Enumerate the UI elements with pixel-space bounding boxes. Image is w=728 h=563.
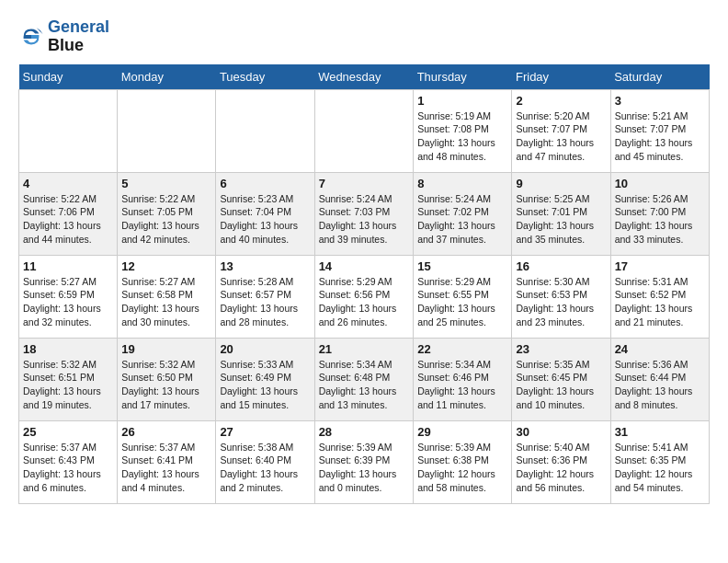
day-number: 19 (121, 342, 211, 356)
day-info: Sunrise: 5:39 AMSunset: 6:39 PMDaylight:… (319, 442, 397, 493)
day-number: 17 (615, 259, 705, 273)
day-number: 9 (516, 177, 606, 190)
day-info: Sunrise: 5:21 AMSunset: 7:07 PMDaylight:… (615, 110, 693, 162)
day-number: 6 (220, 177, 310, 190)
day-number: 11 (23, 259, 113, 273)
calendar-cell: 18 Sunrise: 5:32 AMSunset: 6:51 PMDaylig… (19, 338, 118, 420)
header-friday: Friday (512, 64, 610, 90)
day-info: Sunrise: 5:38 AMSunset: 6:40 PMDaylight:… (220, 442, 298, 493)
day-info: Sunrise: 5:29 AMSunset: 6:56 PMDaylight:… (319, 276, 397, 327)
calendar-cell (216, 89, 314, 172)
day-info: Sunrise: 5:32 AMSunset: 6:51 PMDaylight:… (23, 359, 101, 410)
header-sunday: Sunday (19, 64, 118, 90)
calendar-cell: 7 Sunrise: 5:24 AMSunset: 7:03 PMDayligh… (314, 172, 414, 255)
calendar-table: Sunday Monday Tuesday Wednesday Thursday… (18, 64, 710, 504)
calendar-cell: 26 Sunrise: 5:37 AMSunset: 6:41 PMDaylig… (118, 420, 216, 503)
calendar-cell: 29 Sunrise: 5:39 AMSunset: 6:38 PMDaylig… (414, 420, 512, 503)
calendar-cell: 17 Sunrise: 5:31 AMSunset: 6:52 PMDaylig… (610, 255, 709, 338)
calendar-cell: 16 Sunrise: 5:30 AMSunset: 6:53 PMDaylig… (512, 255, 610, 338)
calendar-cell: 20 Sunrise: 5:33 AMSunset: 6:49 PMDaylig… (216, 338, 314, 420)
calendar-cell: 28 Sunrise: 5:39 AMSunset: 6:39 PMDaylig… (314, 420, 414, 503)
day-number: 7 (319, 177, 410, 190)
day-info: Sunrise: 5:22 AMSunset: 7:06 PMDaylight:… (23, 193, 101, 245)
day-number: 16 (516, 259, 606, 273)
day-info: Sunrise: 5:20 AMSunset: 7:07 PMDaylight:… (516, 110, 594, 162)
calendar-cell: 8 Sunrise: 5:24 AMSunset: 7:02 PMDayligh… (414, 172, 512, 255)
calendar-cell: 25 Sunrise: 5:37 AMSunset: 6:43 PMDaylig… (19, 420, 118, 503)
calendar-cell: 4 Sunrise: 5:22 AMSunset: 7:06 PMDayligh… (19, 172, 118, 255)
day-info: Sunrise: 5:30 AMSunset: 6:53 PMDaylight:… (516, 276, 594, 327)
header-tuesday: Tuesday (216, 64, 314, 90)
day-info: Sunrise: 5:29 AMSunset: 6:55 PMDaylight:… (417, 276, 495, 327)
day-info: Sunrise: 5:24 AMSunset: 7:02 PMDaylight:… (417, 193, 495, 245)
calendar-cell (19, 89, 118, 172)
day-number: 23 (516, 342, 606, 356)
day-number: 26 (121, 425, 211, 439)
calendar-cell: 10 Sunrise: 5:26 AMSunset: 7:00 PMDaylig… (610, 172, 709, 255)
day-info: Sunrise: 5:27 AMSunset: 6:59 PMDaylight:… (23, 276, 101, 327)
day-number: 18 (23, 342, 113, 356)
day-info: Sunrise: 5:34 AMSunset: 6:48 PMDaylight:… (319, 359, 397, 410)
calendar-cell: 21 Sunrise: 5:34 AMSunset: 6:48 PMDaylig… (314, 338, 414, 420)
calendar-cell: 9 Sunrise: 5:25 AMSunset: 7:01 PMDayligh… (512, 172, 610, 255)
calendar-cell: 1 Sunrise: 5:19 AMSunset: 7:08 PMDayligh… (414, 89, 512, 172)
day-info: Sunrise: 5:27 AMSunset: 6:58 PMDaylight:… (121, 276, 199, 327)
day-info: Sunrise: 5:23 AMSunset: 7:04 PMDaylight:… (220, 193, 298, 245)
day-info: Sunrise: 5:19 AMSunset: 7:08 PMDaylight:… (417, 110, 495, 162)
calendar-cell: 6 Sunrise: 5:23 AMSunset: 7:04 PMDayligh… (216, 172, 314, 255)
calendar-cell: 24 Sunrise: 5:36 AMSunset: 6:44 PMDaylig… (610, 338, 709, 420)
calendar-cell: 13 Sunrise: 5:28 AMSunset: 6:57 PMDaylig… (216, 255, 314, 338)
day-number: 1 (417, 94, 507, 108)
header-wednesday: Wednesday (314, 64, 414, 90)
day-info: Sunrise: 5:24 AMSunset: 7:03 PMDaylight:… (319, 193, 397, 245)
day-number: 12 (121, 259, 211, 273)
calendar-cell: 15 Sunrise: 5:29 AMSunset: 6:55 PMDaylig… (414, 255, 512, 338)
day-number: 24 (615, 342, 705, 356)
day-number: 25 (23, 425, 113, 439)
day-number: 14 (319, 259, 410, 273)
day-info: Sunrise: 5:40 AMSunset: 6:36 PMDaylight:… (516, 442, 594, 493)
day-number: 4 (23, 177, 113, 190)
weekday-header-row: Sunday Monday Tuesday Wednesday Thursday… (19, 64, 710, 90)
header-thursday: Thursday (414, 64, 512, 90)
day-number: 28 (319, 425, 410, 439)
calendar-week-row: 4 Sunrise: 5:22 AMSunset: 7:06 PMDayligh… (19, 172, 710, 255)
header-saturday: Saturday (610, 64, 709, 90)
calendar-cell: 22 Sunrise: 5:34 AMSunset: 6:46 PMDaylig… (414, 338, 512, 420)
page-header: General Blue (18, 18, 710, 55)
day-info: Sunrise: 5:25 AMSunset: 7:01 PMDaylight:… (516, 193, 594, 245)
calendar-week-row: 18 Sunrise: 5:32 AMSunset: 6:51 PMDaylig… (19, 338, 710, 420)
calendar-week-row: 1 Sunrise: 5:19 AMSunset: 7:08 PMDayligh… (19, 89, 710, 172)
header-monday: Monday (118, 64, 216, 90)
calendar-cell: 5 Sunrise: 5:22 AMSunset: 7:05 PMDayligh… (118, 172, 216, 255)
calendar-cell: 3 Sunrise: 5:21 AMSunset: 7:07 PMDayligh… (610, 89, 709, 172)
day-number: 10 (615, 177, 705, 190)
day-info: Sunrise: 5:28 AMSunset: 6:57 PMDaylight:… (220, 276, 298, 327)
day-number: 29 (417, 425, 507, 439)
day-number: 21 (319, 342, 410, 356)
day-info: Sunrise: 5:32 AMSunset: 6:50 PMDaylight:… (121, 359, 199, 410)
calendar-cell (118, 89, 216, 172)
logo-icon (18, 24, 44, 50)
calendar-week-row: 11 Sunrise: 5:27 AMSunset: 6:59 PMDaylig… (19, 255, 710, 338)
day-number: 15 (417, 259, 507, 273)
calendar-cell: 27 Sunrise: 5:38 AMSunset: 6:40 PMDaylig… (216, 420, 314, 503)
day-info: Sunrise: 5:33 AMSunset: 6:49 PMDaylight:… (220, 359, 298, 410)
day-info: Sunrise: 5:37 AMSunset: 6:43 PMDaylight:… (23, 442, 101, 493)
day-info: Sunrise: 5:39 AMSunset: 6:38 PMDaylight:… (417, 442, 495, 493)
day-number: 31 (615, 425, 705, 439)
day-info: Sunrise: 5:34 AMSunset: 6:46 PMDaylight:… (417, 359, 495, 410)
calendar-cell: 12 Sunrise: 5:27 AMSunset: 6:58 PMDaylig… (118, 255, 216, 338)
calendar-cell: 23 Sunrise: 5:35 AMSunset: 6:45 PMDaylig… (512, 338, 610, 420)
day-info: Sunrise: 5:41 AMSunset: 6:35 PMDaylight:… (615, 442, 693, 493)
calendar-cell: 2 Sunrise: 5:20 AMSunset: 7:07 PMDayligh… (512, 89, 610, 172)
day-number: 8 (417, 177, 507, 190)
calendar-cell (314, 89, 414, 172)
day-number: 27 (220, 425, 310, 439)
day-info: Sunrise: 5:31 AMSunset: 6:52 PMDaylight:… (615, 276, 693, 327)
calendar-cell: 14 Sunrise: 5:29 AMSunset: 6:56 PMDaylig… (314, 255, 414, 338)
day-info: Sunrise: 5:36 AMSunset: 6:44 PMDaylight:… (615, 359, 693, 410)
logo: General Blue (18, 18, 109, 55)
day-number: 22 (417, 342, 507, 356)
day-number: 13 (220, 259, 310, 273)
